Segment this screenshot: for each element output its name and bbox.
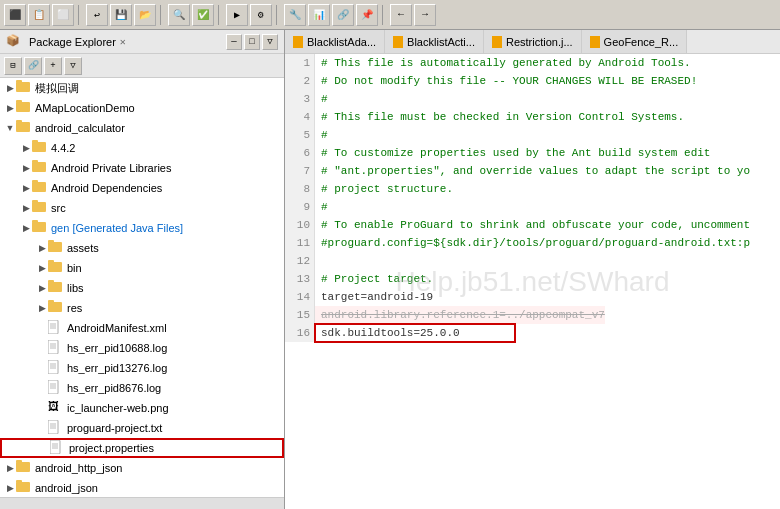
editor-tab-blacklistact[interactable]: BlacklistActi... <box>385 30 484 53</box>
tree-area[interactable]: ▶模拟回调▶AMapLocationDemo▼android_calculato… <box>0 78 284 497</box>
tree-item-hs1[interactable]: hs_err_pid10688.log <box>0 338 284 358</box>
tree-item-bin[interactable]: ▶bin <box>0 258 284 278</box>
toolbar-btn-8[interactable]: ✅ <box>192 4 214 26</box>
line-content[interactable]: android.library.reference.1=../appcompat… <box>315 306 605 324</box>
tree-item-res[interactable]: ▶res <box>0 298 284 318</box>
panel-controls: — □ ▽ <box>226 34 278 50</box>
editor-tab-restriction[interactable]: Restriction.j... <box>484 30 582 53</box>
tree-item-calc[interactable]: ▼android_calculator <box>0 118 284 138</box>
tree-item-project_props[interactable]: project.properties <box>0 438 284 458</box>
tree-item-src[interactable]: ▶src <box>0 198 284 218</box>
tree-arrow-icon: ▶ <box>20 183 32 193</box>
line-content[interactable]: target=android-19 <box>315 288 433 306</box>
line-number: 10 <box>285 216 315 234</box>
editor-tab-geofence[interactable]: GeoFence_R... <box>582 30 688 53</box>
toolbar-btn-7[interactable]: 🔍 <box>168 4 190 26</box>
line-content[interactable]: # "ant.properties", and override values … <box>315 162 750 180</box>
line-content[interactable]: # <box>315 90 328 108</box>
toolbar-btn-2[interactable]: 📋 <box>28 4 50 26</box>
tree-menu-btn[interactable]: ▽ <box>64 57 82 75</box>
editor-tab-blacklistad[interactable]: BlacklistAda... <box>285 30 385 53</box>
line-number: 9 <box>285 198 315 216</box>
line-content[interactable]: sdk.buildtools=25.0.0 <box>315 324 515 342</box>
toolbar-btn-3[interactable]: ⬜ <box>52 4 74 26</box>
tree-item-androidmanifest[interactable]: AndroidManifest.xml <box>0 318 284 338</box>
svg-rect-11 <box>32 180 38 183</box>
panel-maximize-btn[interactable]: □ <box>244 34 260 50</box>
folder-icon <box>32 200 48 216</box>
toolbar-btn-13[interactable]: 🔗 <box>332 4 354 26</box>
editor-line-2: 2# Do not modify this file -- YOUR CHANG… <box>285 72 780 90</box>
panel-menu-btn[interactable]: ▽ <box>262 34 278 50</box>
toolbar-btn-10[interactable]: ⚙ <box>250 4 272 26</box>
line-content[interactable]: # project structure. <box>315 180 453 198</box>
toolbar-btn-12[interactable]: 📊 <box>308 4 330 26</box>
tree-item-proguard[interactable]: proguard-project.txt <box>0 418 284 438</box>
tree-item-monikui[interactable]: ▶模拟回调 <box>0 78 284 98</box>
tree-item-private[interactable]: ▶Android Private Libraries <box>0 158 284 178</box>
tree-item-label: 模拟回调 <box>35 81 79 96</box>
line-content[interactable] <box>315 252 321 270</box>
line-content[interactable]: # This file must be checked in Version C… <box>315 108 684 126</box>
line-content[interactable]: # To enable ProGuard to shrink and obfus… <box>315 216 750 234</box>
tree-item-label: bin <box>67 262 82 274</box>
line-number: 11 <box>285 234 315 252</box>
line-content[interactable]: # To customize properties used by the An… <box>315 144 710 162</box>
svg-rect-12 <box>32 202 46 212</box>
editor-line-5: 5# <box>285 126 780 144</box>
tree-item-label: android_json <box>35 482 98 494</box>
panel-close-icon[interactable]: ✕ <box>120 36 126 48</box>
line-content[interactable]: #proguard.config=${sdk.dir}/tools/progua… <box>315 234 750 252</box>
line-number: 8 <box>285 180 315 198</box>
tree-item-deps[interactable]: ▶Android Dependencies <box>0 178 284 198</box>
tree-horizontal-scrollbar[interactable] <box>0 497 284 509</box>
line-number: 13 <box>285 270 315 288</box>
tree-item-label: src <box>51 202 66 214</box>
editor-line-15: 15android.library.reference.1=../appcomp… <box>285 306 780 324</box>
svg-rect-18 <box>48 262 62 272</box>
tree-item-ic[interactable]: 🖼ic_launcher-web.png <box>0 398 284 418</box>
toolbar-btn-5[interactable]: 💾 <box>110 4 132 26</box>
collapse-all-btn[interactable]: ⊟ <box>4 57 22 75</box>
file-icon <box>48 360 64 376</box>
toolbar-btn-16[interactable]: → <box>414 4 436 26</box>
line-content[interactable]: # This file is automatically generated b… <box>315 54 691 72</box>
tree-item-http_json[interactable]: ▶android_http_json <box>0 458 284 478</box>
editor-line-9: 9# <box>285 198 780 216</box>
editor-content[interactable]: Help.jb51.net/SWhard 1# This file is aut… <box>285 54 780 509</box>
line-number: 7 <box>285 162 315 180</box>
line-number: 1 <box>285 54 315 72</box>
line-content[interactable]: # Do not modify this file -- YOUR CHANGE… <box>315 72 697 90</box>
toolbar-btn-4[interactable]: ↩ <box>86 4 108 26</box>
tree-item-amap[interactable]: ▶AMapLocationDemo <box>0 98 284 118</box>
editor-line-8: 8# project structure. <box>285 180 780 198</box>
tree-item-assets[interactable]: ▶assets <box>0 238 284 258</box>
toolbar-btn-14[interactable]: 📌 <box>356 4 378 26</box>
tree-arrow-icon: ▼ <box>4 123 16 133</box>
toolbar-btn-9[interactable]: ▶ <box>226 4 248 26</box>
tab-label: GeoFence_R... <box>604 36 679 48</box>
link-editor-btn[interactable]: 🔗 <box>24 57 42 75</box>
tree-item-gen[interactable]: ▶gen [Generated Java Files] <box>0 218 284 238</box>
toolbar-btn-15[interactable]: ← <box>390 4 412 26</box>
explorer-icon: 📦 <box>6 34 22 50</box>
tree-item-442[interactable]: ▶4.4.2 <box>0 138 284 158</box>
toolbar-btn-11[interactable]: 🔧 <box>284 4 306 26</box>
line-content[interactable]: # <box>315 198 328 216</box>
editor-line-6: 6# To customize properties used by the A… <box>285 144 780 162</box>
tree-item-json[interactable]: ▶android_json <box>0 478 284 497</box>
file-icon: 🖼 <box>48 400 64 416</box>
toolbar-sep-3 <box>218 5 222 25</box>
tree-item-label: Android Dependencies <box>51 182 162 194</box>
new-btn[interactable]: + <box>44 57 62 75</box>
toolbar-btn-1[interactable]: ⬛ <box>4 4 26 26</box>
svg-rect-50 <box>16 482 30 492</box>
toolbar-btn-6[interactable]: 📂 <box>134 4 156 26</box>
panel-minimize-btn[interactable]: — <box>226 34 242 50</box>
tree-item-hs2[interactable]: hs_err_pid13276.log <box>0 358 284 378</box>
line-content[interactable]: # <box>315 126 328 144</box>
file-icon <box>48 340 64 356</box>
tree-item-hs3[interactable]: hs_err_pid8676.log <box>0 378 284 398</box>
tree-item-libs[interactable]: ▶libs <box>0 278 284 298</box>
line-content[interactable]: # Project target. <box>315 270 433 288</box>
